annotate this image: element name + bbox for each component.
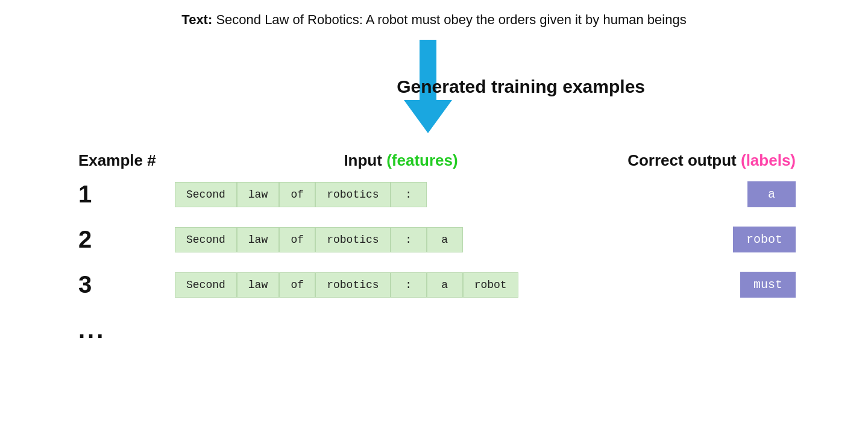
token: a xyxy=(427,227,463,252)
token: Second xyxy=(175,272,237,298)
token: : xyxy=(391,272,427,298)
token: of xyxy=(279,182,315,207)
text-label: Text: xyxy=(181,12,212,27)
header-text: Text: Second Law of Robotics: A robot mu… xyxy=(181,12,686,28)
token: of xyxy=(279,227,315,252)
token: robotics xyxy=(315,272,390,298)
arrow-head xyxy=(404,100,452,133)
row-tokens: Secondlawofrobotics:arobot xyxy=(175,272,627,298)
token: a xyxy=(427,272,463,298)
row-tokens: Secondlawofrobotics: xyxy=(175,182,627,207)
row-number: 2 xyxy=(78,226,175,253)
token: : xyxy=(391,182,427,207)
token: of xyxy=(279,272,315,298)
token: robotics xyxy=(315,227,390,252)
arrow-section: Generated training examples xyxy=(223,40,645,133)
table-row: 3Secondlawofrobotics:arobotmust xyxy=(72,271,796,298)
col-input-header: Input (features) xyxy=(175,151,627,170)
row-output: robot xyxy=(627,227,796,252)
col-input-label: Input xyxy=(344,151,382,169)
col-labels-label: (labels) xyxy=(741,151,796,169)
col-output-label: Correct output xyxy=(627,151,737,169)
token: law xyxy=(237,227,279,252)
table-rows: 1Secondlawofrobotics:a2Secondlawofroboti… xyxy=(72,181,796,298)
token: robot xyxy=(463,272,518,298)
col-example-header: Example # xyxy=(78,151,175,170)
row-output: must xyxy=(627,272,796,298)
token: Second xyxy=(175,182,237,207)
token: law xyxy=(237,272,279,298)
row-tokens: Secondlawofrobotics:a xyxy=(175,227,627,252)
table-row: 2Secondlawofrobotics:arobot xyxy=(72,226,796,253)
text-content: Second Law of Robotics: A robot must obe… xyxy=(216,12,686,27)
col-features-label: (features) xyxy=(386,151,458,169)
row-number: 1 xyxy=(78,181,175,208)
col-output-header: Correct output (labels) xyxy=(627,151,796,170)
token: robotics xyxy=(315,182,390,207)
table-header: Example # Input (features) Correct outpu… xyxy=(72,151,796,170)
table-row: 1Secondlawofrobotics:a xyxy=(72,181,796,208)
ellipsis: ... xyxy=(72,316,796,343)
table-section: Example # Input (features) Correct outpu… xyxy=(72,151,796,343)
page-container: Text: Second Law of Robotics: A robot mu… xyxy=(0,0,868,432)
token: Second xyxy=(175,227,237,252)
row-output: a xyxy=(627,181,796,207)
output-token: robot xyxy=(733,227,796,252)
output-token: must xyxy=(740,272,796,298)
row-number: 3 xyxy=(78,271,175,298)
output-token: a xyxy=(747,181,796,207)
generated-label: Generated training examples xyxy=(397,77,645,97)
token: law xyxy=(237,182,279,207)
token: : xyxy=(391,227,427,252)
